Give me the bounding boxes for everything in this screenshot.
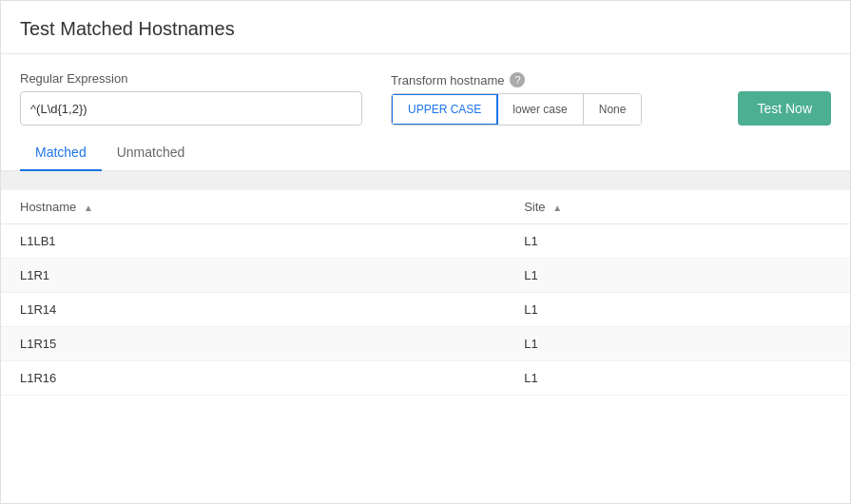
cell-hostname: L1R14 [1, 293, 505, 327]
column-site[interactable]: Site ▲ [505, 190, 850, 224]
cell-site: L1 [505, 293, 850, 327]
cell-site[interactable]: L1 [505, 327, 850, 361]
column-hostname[interactable]: Hostname ▲ [1, 190, 505, 224]
table-header: Hostname ▲ Site ▲ [1, 190, 850, 224]
tabs-section: Matched Unmatched [1, 135, 850, 171]
page-header: Test Matched Hostnames [1, 1, 850, 54]
form-section: Regular Expression Transform hostname ? … [1, 54, 850, 135]
table-subheader [1, 171, 850, 190]
cell-site[interactable]: L1 [505, 259, 850, 293]
table-row: L1R16L1 [1, 361, 850, 396]
regex-input[interactable] [20, 91, 362, 126]
cell-hostname[interactable]: L1R15 [1, 327, 505, 361]
table-body: L1LB1L1L1R1L1L1R14L1L1R15L1L1R16L1 [1, 224, 850, 396]
table-row: L1LB1L1 [1, 224, 850, 259]
transform-section: Transform hostname ? UPPER CASE lower ca… [391, 72, 642, 126]
cell-hostname[interactable]: L1R1 [1, 259, 505, 293]
tab-matched[interactable]: Matched [20, 135, 102, 171]
transform-label: Transform hostname [391, 73, 504, 87]
tabs: Matched Unmatched [20, 135, 831, 170]
tab-unmatched[interactable]: Unmatched [102, 135, 201, 171]
cell-site: L1 [505, 224, 850, 259]
cell-hostname: L1LB1 [1, 224, 505, 259]
transform-lowercase-button[interactable]: lower case [497, 94, 583, 125]
hostname-sort-icon: ▲ [84, 203, 93, 213]
regex-field-group: Regular Expression [20, 71, 362, 126]
table-row: L1R1L1 [1, 259, 850, 293]
results-table: Hostname ▲ Site ▲ L1LB1L1L1R1L1L1R14L1L1… [1, 190, 850, 396]
cell-site: L1 [505, 361, 850, 396]
site-sort-icon: ▲ [552, 203, 562, 213]
page-title: Test Matched Hostnames [20, 18, 831, 40]
table-row: L1R15L1 [1, 327, 850, 361]
transform-none-button[interactable]: None [584, 94, 642, 125]
table-section: Hostname ▲ Site ▲ L1LB1L1L1R1L1L1R14L1L1… [1, 171, 850, 396]
cell-hostname: L1R16 [1, 361, 505, 396]
transform-button-group: UPPER CASE lower case None [391, 93, 642, 126]
table-row: L1R14L1 [1, 293, 850, 327]
transform-uppercase-button[interactable]: UPPER CASE [391, 93, 498, 126]
regex-label: Regular Expression [20, 71, 362, 86]
transform-label-row: Transform hostname ? [391, 72, 642, 87]
help-icon[interactable]: ? [510, 72, 525, 87]
test-now-button[interactable]: Test Now [738, 91, 831, 126]
